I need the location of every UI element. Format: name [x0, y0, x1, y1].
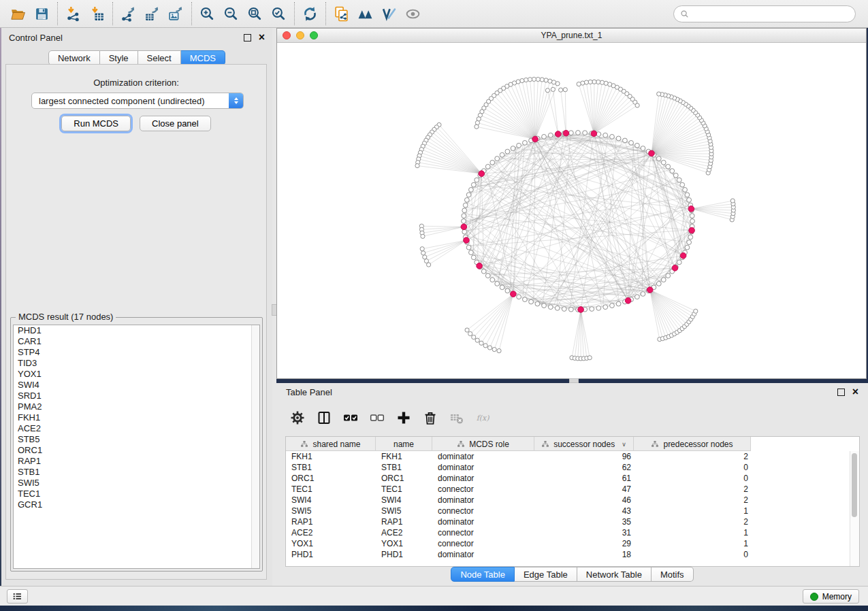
export-image-icon — [168, 6, 184, 22]
mcds-list-scrollbar[interactable] — [251, 325, 259, 568]
column-header-name[interactable]: name — [376, 437, 432, 451]
table-row[interactable]: STB1STB1dominator620 — [286, 462, 859, 473]
refresh-button[interactable] — [298, 3, 322, 24]
column-header-shared-name[interactable]: shared name — [286, 437, 376, 451]
column-header-successor-nodes[interactable]: successor nodes∨ — [534, 437, 634, 451]
table-row[interactable]: SWI5SWI5connector431 — [286, 506, 859, 516]
mcds-result-item[interactable]: TEC1 — [14, 489, 259, 499]
save-button[interactable] — [30, 3, 54, 24]
mcds-result-item[interactable]: SWI5 — [14, 478, 259, 489]
table-row[interactable]: FKH1FKH1dominator962 — [286, 451, 859, 462]
vizmapper-button[interactable] — [377, 3, 401, 24]
close-panel-icon[interactable]: × — [259, 33, 265, 42]
table-row[interactable]: ACE2ACE2connector311 — [286, 527, 859, 538]
table-header-row: shared namenameMCDS rolesuccessor nodes∨… — [286, 437, 859, 451]
cell-successor-nodes: 47 — [534, 484, 634, 494]
cell-successor-nodes: 29 — [534, 539, 634, 548]
mcds-result-item[interactable]: SWI4 — [14, 380, 259, 391]
memory-button[interactable]: Memory — [803, 589, 859, 604]
table-scrollbar[interactable] — [850, 451, 859, 566]
network-canvas[interactable] — [277, 42, 866, 378]
run-mcds-button[interactable]: Run MCDS — [61, 116, 131, 131]
import-table-button[interactable] — [85, 3, 109, 24]
tab-motifs[interactable]: Motifs — [652, 567, 694, 582]
cell-name: PHD1 — [376, 550, 432, 559]
mcds-result-item[interactable]: STB1 — [14, 467, 259, 478]
maximize-window-icon[interactable] — [310, 31, 318, 39]
tab-node-table[interactable]: Node Table — [451, 567, 515, 582]
horizontal-splitter-handle[interactable] — [569, 378, 579, 383]
cell-predecessor-nodes: 0 — [634, 550, 751, 559]
selected-criterion: largest connected component (undirected) — [39, 96, 205, 106]
table-row[interactable]: YOX1YOX1connector291 — [286, 538, 859, 549]
zoom-selected-button[interactable] — [267, 3, 291, 24]
close-window-icon[interactable] — [283, 31, 291, 39]
column-header-MCDS-role[interactable]: MCDS role — [432, 437, 534, 451]
mcds-result-item[interactable]: PMA2 — [14, 401, 259, 412]
close-panel-button[interactable]: Close panel — [140, 116, 211, 131]
tab-edge-table[interactable]: Edge Table — [515, 567, 577, 582]
close-table-panel-icon[interactable]: × — [852, 387, 858, 397]
mcds-result-item[interactable]: GCR1 — [14, 499, 259, 510]
cell-successor-nodes: 35 — [534, 517, 634, 527]
deselect-all-button[interactable] — [367, 408, 387, 428]
add-row-icon — [396, 410, 411, 425]
mcds-result-item[interactable]: TID3 — [14, 358, 259, 369]
zoom-in-button[interactable] — [195, 3, 219, 24]
column-header-predecessor-nodes[interactable]: predecessor nodes — [634, 437, 751, 451]
table-scrollbar-thumb[interactable] — [852, 453, 857, 517]
binoculars-button[interactable] — [353, 3, 377, 24]
table-row[interactable]: SWI4SWI4dominator462 — [286, 495, 859, 506]
add-row-button[interactable] — [393, 408, 414, 428]
table-row[interactable]: ORC1ORC1dominator610 — [286, 473, 859, 484]
export-image-button[interactable] — [164, 3, 188, 24]
mcds-result-item[interactable]: YOX1 — [14, 369, 259, 380]
mcds-result-item[interactable]: PHD1 — [14, 325, 259, 336]
table-row[interactable]: TEC1TEC1connector472 — [286, 484, 859, 495]
mcds-result-item[interactable]: STP4 — [14, 347, 259, 358]
mcds-result-item[interactable]: STB5 — [14, 434, 259, 445]
cell-mcds-role: dominator — [432, 463, 534, 472]
select-all-icon — [343, 410, 358, 425]
gear-button[interactable] — [287, 408, 308, 428]
search-box[interactable] — [673, 5, 856, 22]
mcds-result-item[interactable]: ORC1 — [14, 445, 259, 456]
mcds-result-item[interactable]: FKH1 — [14, 412, 259, 423]
columns-button[interactable] — [314, 408, 334, 428]
mcds-result-item[interactable]: SRD1 — [14, 391, 259, 401]
tab-mcds[interactable]: MCDS — [181, 50, 225, 65]
duplicate-network-button[interactable] — [329, 3, 353, 24]
table-row[interactable]: PHD1PHD1dominator180 — [286, 549, 859, 560]
task-history-button[interactable] — [7, 589, 28, 604]
mcds-result-item[interactable]: RAP1 — [14, 456, 259, 467]
optimization-criterion-select[interactable]: largest connected component (undirected) — [31, 93, 244, 109]
zoom-fit-button[interactable] — [243, 3, 267, 24]
open-button[interactable] — [6, 3, 30, 24]
zoom-out-button[interactable] — [219, 3, 243, 24]
tab-style[interactable]: Style — [100, 50, 138, 65]
table-row[interactable]: RAP1RAP1dominator352 — [286, 516, 859, 527]
float-table-panel-icon[interactable] — [837, 389, 845, 396]
zoom-out-icon — [223, 6, 239, 22]
tab-network-table[interactable]: Network Table — [577, 567, 652, 582]
float-panel-icon[interactable] — [244, 34, 251, 42]
import-network-button[interactable] — [61, 3, 85, 24]
tab-select[interactable]: Select — [138, 50, 181, 65]
cell-mcds-role: dominator — [432, 550, 534, 559]
mcds-result-item[interactable]: ACE2 — [14, 423, 259, 434]
delete-button[interactable] — [420, 408, 440, 428]
cell-name: SWI5 — [376, 506, 432, 516]
minimize-window-icon[interactable] — [296, 31, 304, 39]
select-all-button[interactable] — [340, 408, 361, 428]
export-table-button[interactable] — [140, 3, 164, 24]
deselect-all-icon — [370, 410, 385, 425]
tab-network[interactable]: Network — [48, 50, 100, 65]
cell-mcds-role: connector — [432, 506, 534, 516]
table-panel: Table Panel × shared namenameMCDS rolesu… — [276, 383, 868, 586]
mcds-result-item[interactable]: CAR1 — [14, 336, 259, 347]
export-network-button[interactable] — [116, 3, 140, 24]
eye-button[interactable] — [401, 3, 425, 24]
mcds-result-list[interactable]: PHD1CAR1STP4TID3YOX1SWI4SRD1PMA2FKH1ACE2… — [13, 325, 260, 569]
search-input[interactable] — [693, 8, 849, 19]
cell-shared-name: ORC1 — [286, 474, 376, 483]
